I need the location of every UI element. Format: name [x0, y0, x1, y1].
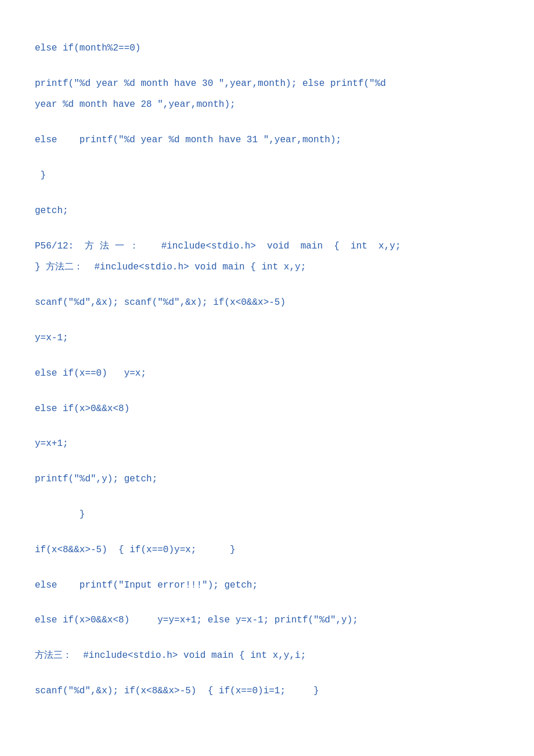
code-line: 方法三： #include<stdio.h> void main { int x… [35, 647, 499, 664]
code-line: if(x<8&&x>-5) { if(x==0)y=x; } [35, 542, 499, 559]
empty-line [35, 280, 499, 290]
code-line: y=x+1; [35, 435, 499, 452]
empty-line [35, 422, 499, 431]
code-line: } [35, 506, 499, 523]
code-line: else if(x>0&&x<8) y=y=x+1; else y=x-1; p… [35, 612, 499, 629]
empty-line [35, 316, 499, 325]
empty-line [35, 633, 499, 643]
code-line: year %d month have 28 ",year,month); [35, 96, 499, 113]
code-line: scanf("%d",&x); scanf("%d",&x); if(x<0&&… [35, 294, 499, 311]
empty-line [35, 118, 499, 127]
empty-line [35, 351, 499, 361]
empty-line [35, 224, 499, 233]
code-line: printf("%d",y); getch; [35, 471, 499, 488]
code-line: else if(x==0) y=x; [35, 365, 499, 382]
code-line: else if(x>0&&x<8) [35, 401, 499, 417]
code-line: printf("%d year %d month have 30 ",year,… [35, 75, 499, 92]
code-line: P56/12: 方 法 一 ： #include<stdio.h> void m… [35, 238, 499, 255]
empty-line [35, 387, 499, 396]
code-content: else if(month%2==0)printf("%d year %d mo… [35, 23, 499, 700]
empty-line [35, 669, 499, 678]
code-line: scanf("%d",&x); if(x<8&&x>-5) { if(x==0)… [35, 683, 499, 700]
empty-line [35, 153, 499, 163]
empty-line [35, 598, 499, 607]
empty-line [35, 563, 499, 573]
code-line: y=x-1; [35, 330, 499, 347]
code-line: else printf("Input error!!!"); getch; [35, 577, 499, 594]
code-line: } 方法二： #include<stdio.h> void main { int… [35, 259, 499, 276]
code-line: else printf("%d year %d month have 31 ",… [35, 132, 499, 149]
empty-line [35, 62, 499, 71]
empty-line [35, 189, 499, 198]
empty-line [35, 492, 499, 502]
code-line: } [35, 167, 499, 184]
code-line: getch; [35, 203, 499, 219]
code-line: else if(month%2==0) [35, 40, 499, 57]
empty-line [35, 528, 499, 537]
empty-line [35, 457, 499, 466]
